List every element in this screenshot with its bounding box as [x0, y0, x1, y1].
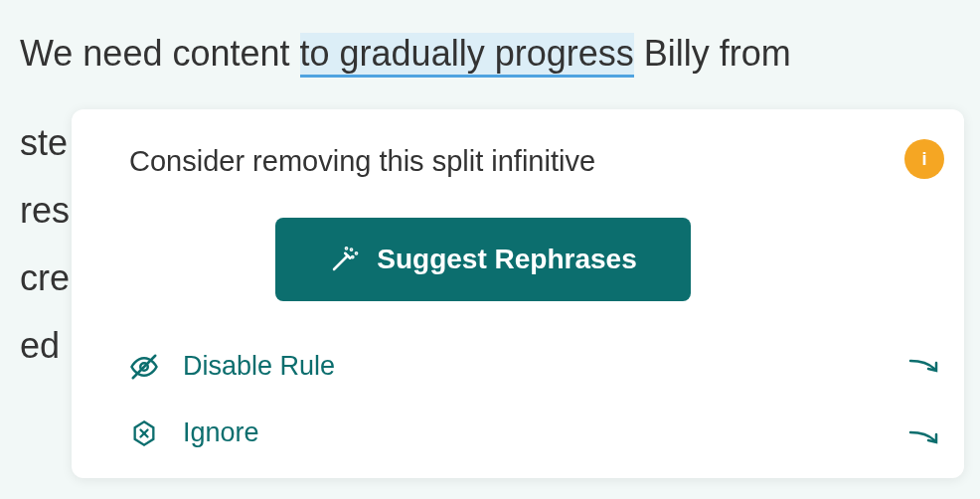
suggest-button-label: Suggest Rephrases — [377, 244, 636, 275]
info-badge[interactable]: i — [904, 139, 944, 179]
wand-icon — [329, 245, 359, 274]
document-line-fragment: ste — [20, 109, 68, 177]
suggestion-popup: Consider removing this split infinitive … — [72, 109, 964, 478]
eye-off-icon — [129, 352, 159, 382]
document-line-1: We need content to gradually progress Bi… — [20, 20, 791, 87]
document-line-fragment: cre — [20, 245, 70, 312]
info-icon: i — [921, 149, 926, 170]
svg-point-3 — [356, 252, 357, 253]
svg-point-2 — [351, 249, 352, 250]
text-pre: We need content — [20, 33, 300, 74]
document-line-fragment: res — [20, 177, 70, 245]
ignore-icon — [129, 418, 159, 448]
nav-arrow-group — [906, 355, 942, 450]
svg-point-4 — [352, 256, 353, 257]
document-line-fragment: ed — [20, 312, 60, 380]
next-arrow-button[interactable] — [906, 426, 942, 450]
action-list: Disable Rule Ignore — [129, 351, 837, 448]
disable-rule-button[interactable]: Disable Rule — [129, 351, 837, 382]
ignore-button[interactable]: Ignore — [129, 417, 837, 448]
highlighted-text[interactable]: to gradually progress — [300, 33, 634, 78]
suggest-rephrases-button[interactable]: Suggest Rephrases — [275, 218, 690, 301]
svg-line-0 — [334, 255, 348, 269]
popup-title: Consider removing this split infinitive — [129, 145, 837, 178]
ignore-label: Ignore — [183, 417, 259, 448]
popup-main: Consider removing this split infinitive … — [72, 109, 885, 478]
disable-rule-label: Disable Rule — [183, 351, 335, 382]
next-arrow-button[interactable] — [906, 355, 942, 379]
popup-right-rail: i — [885, 109, 964, 478]
text-post: Billy from — [634, 33, 791, 74]
svg-point-5 — [346, 248, 347, 249]
